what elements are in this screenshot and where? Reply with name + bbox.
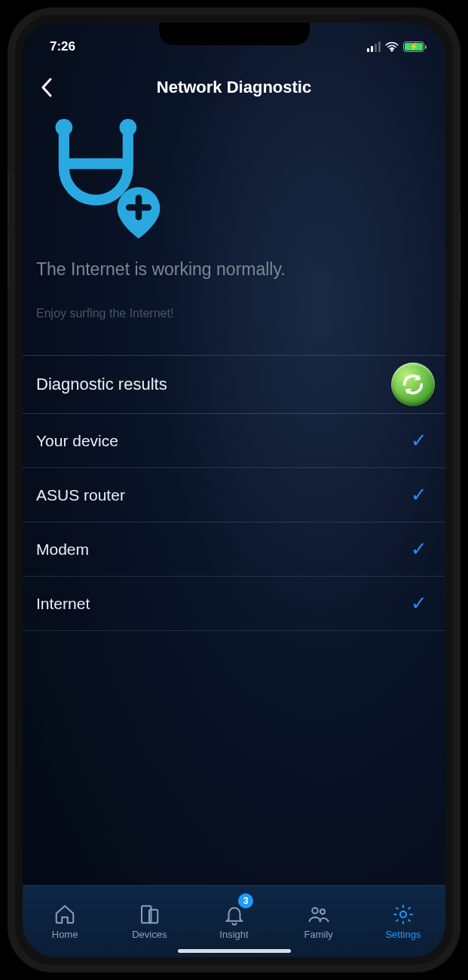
svg-point-2 xyxy=(120,119,137,136)
phone-frame: 7:26 ⚡ Network Diagnostic xyxy=(8,8,460,972)
svg-point-6 xyxy=(320,909,325,914)
volume-down-button xyxy=(8,234,9,286)
tab-family[interactable]: Family xyxy=(277,886,361,957)
result-label: ASUS router xyxy=(36,486,125,504)
check-icon: ✓ xyxy=(411,537,427,561)
tab-home[interactable]: Home xyxy=(23,886,107,957)
refresh-icon xyxy=(400,372,426,397)
result-row-modem: Modem ✓ xyxy=(23,522,445,577)
results-heading: Diagnostic results xyxy=(36,375,167,394)
result-label: Your device xyxy=(36,432,118,450)
tab-settings[interactable]: Settings xyxy=(361,886,445,957)
devices-icon xyxy=(138,903,161,926)
tab-bar: Home Devices 3 Insight Family Settings xyxy=(23,885,445,957)
result-label: Internet xyxy=(36,595,90,613)
tab-label: Home xyxy=(52,929,78,940)
stethoscope-icon xyxy=(36,115,164,243)
tab-label: Family xyxy=(304,929,333,940)
insight-badge: 3 xyxy=(238,893,253,908)
home-indicator[interactable] xyxy=(178,949,291,953)
refresh-button[interactable] xyxy=(391,363,435,406)
tab-insight[interactable]: 3 Insight xyxy=(191,886,276,957)
check-icon: ✓ xyxy=(411,429,427,452)
volume-up-button xyxy=(8,173,9,226)
tab-devices[interactable]: Devices xyxy=(107,886,191,957)
power-button xyxy=(459,211,460,302)
nav-header: Network Diagnostic xyxy=(23,60,445,107)
result-row-asus-router: ASUS router ✓ xyxy=(23,468,445,522)
hero-section: The Internet is working normally. Enjoy … xyxy=(23,107,445,320)
gear-icon xyxy=(392,903,414,926)
cellular-signal-icon xyxy=(367,41,381,52)
check-icon: ✓ xyxy=(411,483,427,507)
tab-label: Insight xyxy=(219,929,248,940)
result-label: Modem xyxy=(36,541,89,559)
tab-label: Settings xyxy=(385,929,421,940)
status-subtitle: Enjoy surfing the Internet! xyxy=(36,307,432,320)
wifi-icon xyxy=(385,41,399,52)
result-row-internet: Internet ✓ xyxy=(23,577,445,631)
notch xyxy=(159,23,310,45)
status-right: ⚡ xyxy=(367,41,424,52)
tab-label: Devices xyxy=(132,929,167,940)
status-message: The Internet is working normally. xyxy=(36,259,432,280)
check-icon: ✓ xyxy=(411,592,427,615)
svg-point-1 xyxy=(56,119,73,136)
home-icon xyxy=(54,903,76,926)
result-row-your-device: Your device ✓ xyxy=(23,414,445,468)
svg-point-7 xyxy=(400,911,406,917)
results-header: Diagnostic results xyxy=(23,355,445,414)
family-icon xyxy=(307,903,330,926)
svg-point-5 xyxy=(312,908,318,914)
screen: 7:26 ⚡ Network Diagnostic xyxy=(23,23,445,957)
clock: 7:26 xyxy=(50,39,75,54)
page-title: Network Diagnostic xyxy=(33,78,435,97)
battery-icon: ⚡ xyxy=(403,41,424,52)
